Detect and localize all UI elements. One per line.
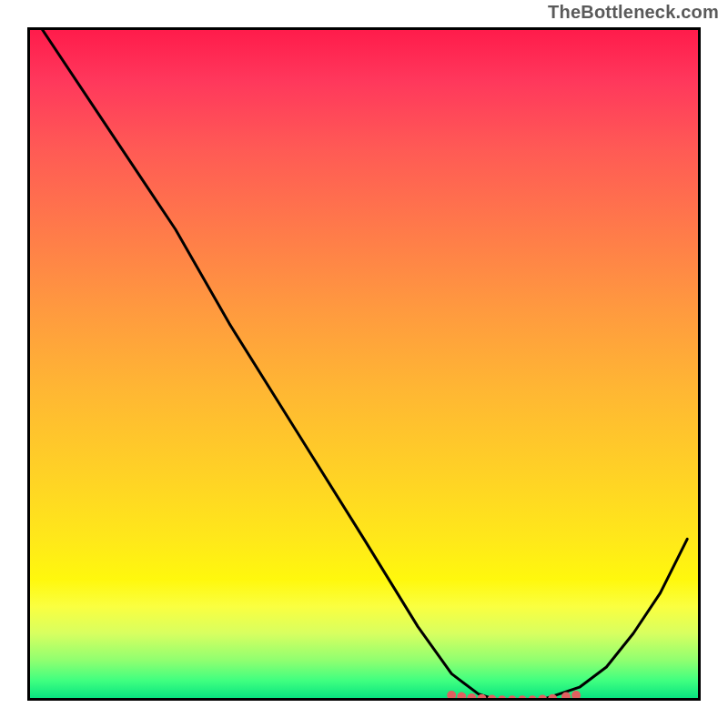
bottleneck-curve (41, 27, 687, 701)
dot-icon (498, 695, 507, 701)
dot-icon (528, 695, 537, 701)
dot-icon (518, 695, 527, 701)
plot-area (27, 27, 701, 701)
chart-container: TheBottleneck.com (0, 0, 728, 728)
dot-icon (488, 695, 497, 702)
dot-icon (467, 693, 476, 701)
dot-icon (447, 691, 456, 700)
dot-icon (538, 695, 547, 702)
dot-icon (457, 693, 466, 701)
dot-icon (508, 695, 517, 701)
dot-icon (571, 691, 581, 700)
curve-svg (27, 27, 701, 701)
watermark-text: TheBottleneck.com (548, 2, 719, 23)
